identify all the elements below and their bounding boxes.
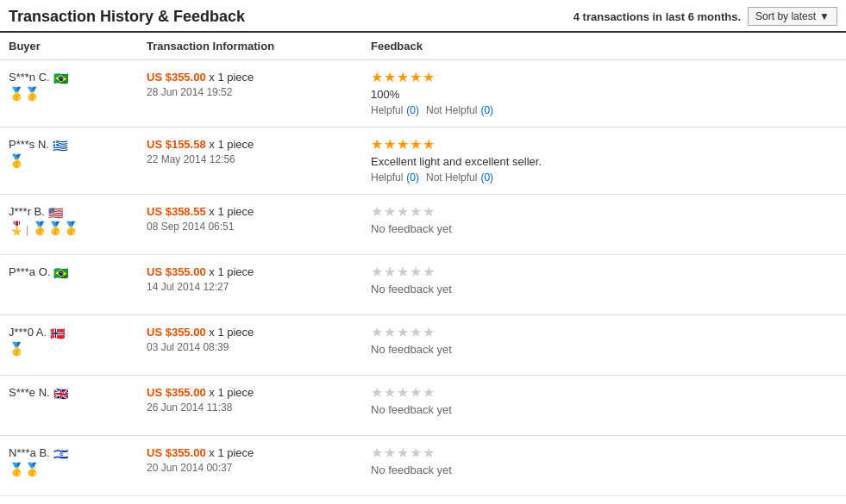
feedback-text: Excellent light and excellent seller. bbox=[371, 155, 837, 168]
transaction-col: US $355.00 x 1 piece26 Jun 2014 11:38 bbox=[147, 386, 371, 414]
feedback-col: ★★★★★No feedback yet bbox=[371, 205, 837, 235]
helpful-row: Helpful (0) Not Helpful (0) bbox=[371, 104, 837, 116]
filled-star-icon: ★ bbox=[423, 138, 435, 152]
buyer-col: S***e N.🇬🇧 bbox=[9, 386, 147, 399]
medal-icon: 🥇 bbox=[9, 87, 22, 103]
empty-star-icon: ★ bbox=[371, 386, 383, 400]
flag-icon: 🇧🇷 bbox=[53, 72, 69, 83]
stars: ★★★★★ bbox=[371, 326, 837, 339]
buyer-name: P***a O. bbox=[9, 265, 50, 278]
buyer-badges: 🥇🥇 bbox=[9, 463, 147, 478]
transaction-count: 4 transactions in last 6 months. bbox=[573, 10, 741, 23]
table-row: J***0 A.🇳🇴🥇US $355.00 x 1 piece03 Jul 20… bbox=[0, 315, 846, 376]
buyer-badges: 🎖️|🥇🥇🥇 bbox=[9, 221, 147, 237]
badge-divider: | bbox=[26, 223, 28, 236]
stars: ★★★★★ bbox=[371, 138, 837, 152]
feedback-col: ★★★★★No feedback yet bbox=[371, 326, 837, 356]
empty-star-icon: ★ bbox=[397, 265, 409, 279]
empty-star-icon: ★ bbox=[384, 205, 396, 219]
empty-star-icon: ★ bbox=[423, 326, 435, 339]
helpful-row: Helpful (0) Not Helpful (0) bbox=[371, 171, 837, 184]
page-title: Transaction History & Feedback bbox=[9, 8, 245, 26]
helpful-label: Helpful bbox=[371, 171, 403, 184]
helpful-count[interactable]: (0) bbox=[406, 171, 419, 184]
no-feedback-label: No feedback yet bbox=[371, 343, 837, 356]
flag-icon: 🇬🇧 bbox=[53, 388, 69, 398]
buyer-name: N***a B. bbox=[9, 446, 50, 459]
transaction-date: 20 Jun 2014 00:37 bbox=[147, 462, 371, 474]
empty-star-icon: ★ bbox=[397, 386, 409, 400]
empty-star-icon: ★ bbox=[410, 386, 422, 400]
empty-star-icon: ★ bbox=[397, 205, 409, 219]
filled-star-icon: ★ bbox=[384, 138, 396, 152]
empty-star-icon: ★ bbox=[384, 446, 396, 460]
table-row: P***s N.🇬🇷🥇US $155.58 x 1 piece22 May 20… bbox=[0, 128, 846, 195]
sort-button[interactable]: Sort by latest ▼ bbox=[748, 7, 837, 26]
transaction-date: 08 Sep 2014 06:51 bbox=[147, 221, 371, 233]
filled-star-icon: ★ bbox=[397, 138, 409, 152]
flag-icon: 🇮🇱 bbox=[53, 448, 69, 458]
table-row: N***a B.🇮🇱🥇🥇US $355.00 x 1 piece20 Jun 2… bbox=[0, 436, 846, 496]
empty-star-icon: ★ bbox=[423, 265, 435, 279]
transaction-col: US $355.00 x 1 piece28 Jun 2014 19:52 bbox=[147, 71, 371, 98]
quantity: x 1 piece bbox=[206, 326, 254, 339]
feedback-col: ★★★★★No feedback yet bbox=[371, 446, 837, 476]
filled-star-icon: ★ bbox=[371, 138, 383, 152]
buyer-name: J***r B. bbox=[9, 205, 45, 218]
page-header: Transaction History & Feedback 4 transac… bbox=[0, 0, 846, 33]
feedback-col: ★★★★★Excellent light and excellent selle… bbox=[371, 138, 837, 184]
empty-star-icon: ★ bbox=[397, 326, 409, 339]
medal-icon: 🥇 bbox=[9, 342, 22, 358]
transaction-date: 22 May 2014 12:56 bbox=[147, 153, 371, 165]
price: US $358.55 bbox=[147, 205, 206, 218]
helpful-count[interactable]: (0) bbox=[406, 104, 419, 116]
filled-star-icon: ★ bbox=[384, 71, 396, 84]
buyer-name: S***n C. bbox=[9, 71, 50, 84]
quantity: x 1 piece bbox=[206, 138, 254, 151]
buyer-col: J***0 A.🇳🇴🥇 bbox=[9, 326, 147, 358]
filled-star-icon: ★ bbox=[371, 71, 383, 84]
not-helpful-count[interactable]: (0) bbox=[480, 171, 493, 184]
price: US $355.00 bbox=[147, 386, 206, 399]
medal-icon: 🥇 bbox=[47, 221, 61, 237]
stars: ★★★★★ bbox=[371, 71, 837, 84]
sort-label: Sort by latest bbox=[755, 10, 816, 22]
empty-star-icon: ★ bbox=[423, 446, 435, 460]
feedback-col: ★★★★★No feedback yet bbox=[371, 386, 837, 416]
medal-icon: 🥇 bbox=[24, 87, 38, 103]
empty-star-icon: ★ bbox=[423, 386, 435, 400]
empty-star-icon: ★ bbox=[384, 265, 396, 279]
no-feedback-label: No feedback yet bbox=[371, 403, 837, 416]
transaction-col: US $155.58 x 1 piece22 May 2014 12:56 bbox=[147, 138, 371, 165]
empty-star-icon: ★ bbox=[371, 446, 383, 460]
buyer-col: P***s N.🇬🇷🥇 bbox=[9, 138, 147, 170]
header-right: 4 transactions in last 6 months. Sort by… bbox=[573, 7, 837, 26]
price: US $355.00 bbox=[147, 326, 206, 339]
buyer-name: J***0 A. bbox=[9, 326, 47, 339]
not-helpful-count[interactable]: (0) bbox=[480, 104, 493, 116]
filled-star-icon: ★ bbox=[410, 138, 422, 152]
sort-arrow-icon: ▼ bbox=[819, 10, 830, 22]
col-buyer: Buyer bbox=[9, 40, 147, 53]
flag-icon: 🇧🇷 bbox=[53, 267, 69, 277]
table-row: J***r B.🇺🇸🎖️|🥇🥇🥇US $358.55 x 1 piece08 S… bbox=[0, 195, 846, 255]
empty-star-icon: ★ bbox=[397, 446, 409, 460]
empty-star-icon: ★ bbox=[371, 265, 383, 279]
not-helpful-label: Not Helpful bbox=[426, 171, 477, 184]
rating-percent: 100% bbox=[371, 88, 837, 101]
transaction-date: 26 Jun 2014 11:38 bbox=[147, 401, 371, 414]
empty-star-icon: ★ bbox=[371, 326, 383, 339]
medal-icon: 🥇 bbox=[32, 221, 46, 237]
stars: ★★★★★ bbox=[371, 265, 837, 279]
transaction-col: US $355.00 x 1 piece03 Jul 2014 08:39 bbox=[147, 326, 371, 353]
quantity: x 1 piece bbox=[206, 71, 254, 84]
empty-star-icon: ★ bbox=[423, 205, 435, 219]
feedback-col: ★★★★★100%Helpful (0) Not Helpful (0) bbox=[371, 71, 837, 116]
stars: ★★★★★ bbox=[371, 386, 837, 400]
no-feedback-label: No feedback yet bbox=[371, 283, 837, 296]
no-feedback-label: No feedback yet bbox=[371, 222, 837, 235]
transaction-date: 14 Jul 2014 12:27 bbox=[147, 281, 371, 293]
stars: ★★★★★ bbox=[371, 446, 837, 460]
price: US $355.00 bbox=[147, 71, 206, 84]
helpful-label: Helpful bbox=[371, 104, 403, 116]
